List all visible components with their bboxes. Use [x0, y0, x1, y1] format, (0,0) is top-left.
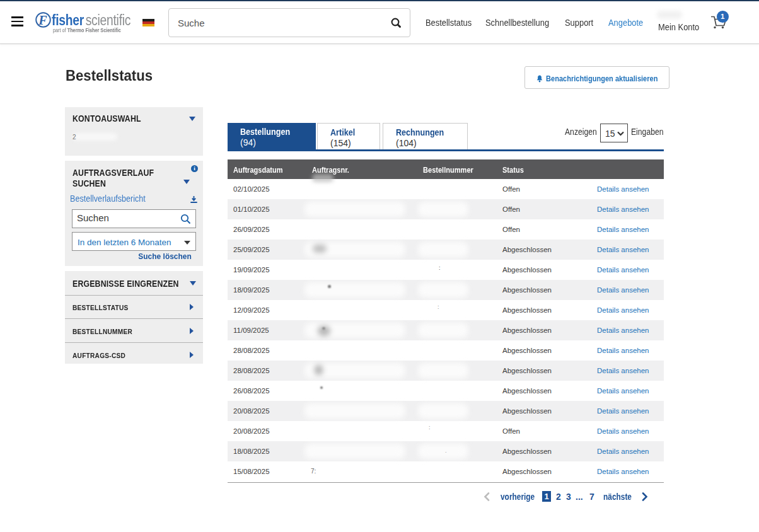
svg-text:F: F: [38, 13, 47, 27]
